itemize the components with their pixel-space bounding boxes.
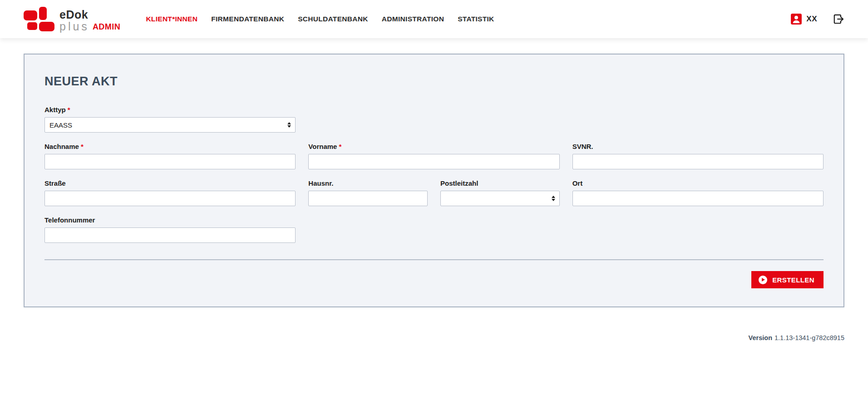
- svnr-label: SVNR.: [572, 143, 824, 150]
- required-marker: *: [339, 143, 341, 150]
- form-row-akttyp: Akttyp* EAASS: [44, 106, 824, 133]
- form-row-address: Straße Hausnr. Postleitzahl Ort: [44, 179, 824, 206]
- nav-item-firmendatenbank[interactable]: FIRMENDATENBANK: [211, 15, 284, 23]
- required-marker: *: [81, 143, 84, 150]
- chevron-up-down-icon: [287, 122, 291, 128]
- play-circle-icon: [759, 276, 767, 284]
- vorname-input[interactable]: [308, 154, 559, 169]
- version-info: Version1.1.13-1341-g782c8915: [749, 334, 844, 341]
- svnr-field: SVNR.: [572, 143, 824, 169]
- ort-input[interactable]: [572, 191, 824, 206]
- nav-item-klientinnen[interactable]: KLIENT*INNEN: [146, 15, 197, 23]
- user-menu[interactable]: XX: [790, 13, 817, 25]
- page-footer: Version1.1.13-1341-g782c8915: [0, 307, 868, 356]
- page-title: NEUER AKT: [44, 74, 824, 89]
- nav-item-schuldatenbank[interactable]: SCHULDATENBANK: [298, 15, 368, 23]
- app-header: eDok plus ADMIN KLIENT*INNEN FIRMENDATEN…: [0, 0, 868, 38]
- nav-item-administration[interactable]: ADMINISTRATION: [382, 15, 444, 23]
- header-right: XX: [790, 13, 844, 25]
- telefonnummer-label: Telefonnummer: [44, 216, 296, 224]
- postleitzahl-label: Postleitzahl: [440, 179, 560, 187]
- logo-plus-label: plus: [59, 20, 89, 32]
- app-logo[interactable]: eDok plus ADMIN: [24, 6, 120, 32]
- vorname-field: Vorname*: [308, 143, 559, 169]
- user-initials: XX: [806, 15, 817, 24]
- logo-edok-label: eDok: [59, 9, 89, 20]
- hausnr-input[interactable]: [308, 191, 428, 206]
- strasse-field: Straße: [44, 179, 296, 206]
- akttyp-select[interactable]: EAASS: [44, 117, 296, 133]
- version-value: 1.1.13-1341-g782c8915: [774, 334, 844, 341]
- nachname-input[interactable]: [44, 154, 296, 169]
- erstellen-button-label: ERSTELLEN: [772, 276, 814, 284]
- akttyp-field: Akttyp* EAASS: [44, 106, 296, 133]
- nav-item-statistik[interactable]: STATISTIK: [458, 15, 494, 23]
- version-label: Version: [749, 334, 772, 341]
- form-row-telefon: Telefonnummer: [44, 216, 824, 243]
- main-content: NEUER AKT Akttyp* EAASS Nachname* Vornam…: [0, 38, 868, 307]
- logo-admin-label: ADMIN: [93, 22, 121, 32]
- hausnr-plz-group: Hausnr. Postleitzahl: [308, 179, 559, 206]
- logout-icon: [833, 13, 844, 25]
- strasse-input[interactable]: [44, 191, 296, 206]
- nachname-label: Nachname*: [44, 143, 296, 150]
- telefonnummer-input[interactable]: [44, 227, 296, 243]
- svnr-input[interactable]: [572, 154, 824, 169]
- ort-field: Ort: [572, 179, 824, 206]
- neuer-akt-card: NEUER AKT Akttyp* EAASS Nachname* Vornam…: [24, 54, 844, 307]
- postleitzahl-field: Postleitzahl: [440, 179, 560, 206]
- postleitzahl-select[interactable]: [440, 191, 560, 206]
- form-divider: [44, 259, 824, 260]
- logo-text: eDok plus: [59, 9, 89, 33]
- form-row-name: Nachname* Vorname* SVNR.: [44, 143, 824, 169]
- form-actions: ERSTELLEN: [44, 271, 824, 288]
- logout-button[interactable]: [833, 13, 844, 25]
- main-nav: KLIENT*INNEN FIRMENDATENBANK SCHULDATENB…: [146, 15, 494, 23]
- nachname-field: Nachname*: [44, 143, 296, 169]
- akttyp-label: Akttyp*: [44, 106, 296, 114]
- telefonnummer-field: Telefonnummer: [44, 216, 296, 243]
- edok-logo-icon: [24, 6, 55, 32]
- chevron-up-down-icon: [552, 196, 555, 201]
- ort-label: Ort: [572, 179, 824, 187]
- erstellen-button[interactable]: ERSTELLEN: [751, 271, 824, 288]
- vorname-label: Vorname*: [308, 143, 559, 150]
- hausnr-field: Hausnr.: [308, 179, 428, 206]
- hausnr-label: Hausnr.: [308, 179, 428, 187]
- akttyp-selected-value: EAASS: [49, 121, 72, 129]
- required-marker: *: [68, 106, 70, 114]
- user-badge-icon: [790, 13, 802, 25]
- strasse-label: Straße: [44, 179, 296, 187]
